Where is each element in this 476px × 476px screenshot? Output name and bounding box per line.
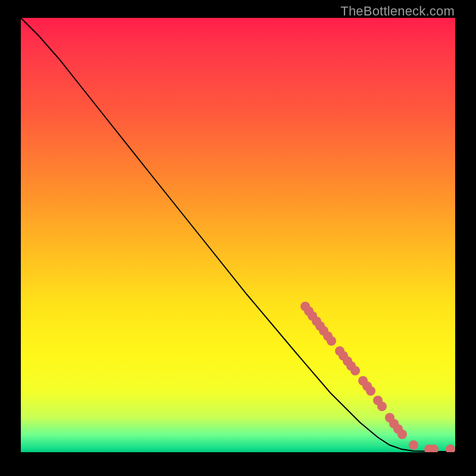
chart-svg	[21, 18, 455, 452]
data-point	[409, 440, 418, 450]
data-point	[446, 444, 455, 452]
data-point	[350, 366, 360, 375]
chart-frame: TheBottleneck.com	[0, 0, 476, 476]
data-points	[300, 302, 455, 452]
data-point	[377, 402, 387, 411]
data-point	[327, 336, 336, 346]
data-point	[397, 430, 407, 439]
attribution-text: TheBottleneck.com	[340, 4, 455, 19]
data-point	[366, 386, 375, 396]
plot-area	[21, 18, 455, 452]
bottleneck-curve	[21, 18, 455, 452]
